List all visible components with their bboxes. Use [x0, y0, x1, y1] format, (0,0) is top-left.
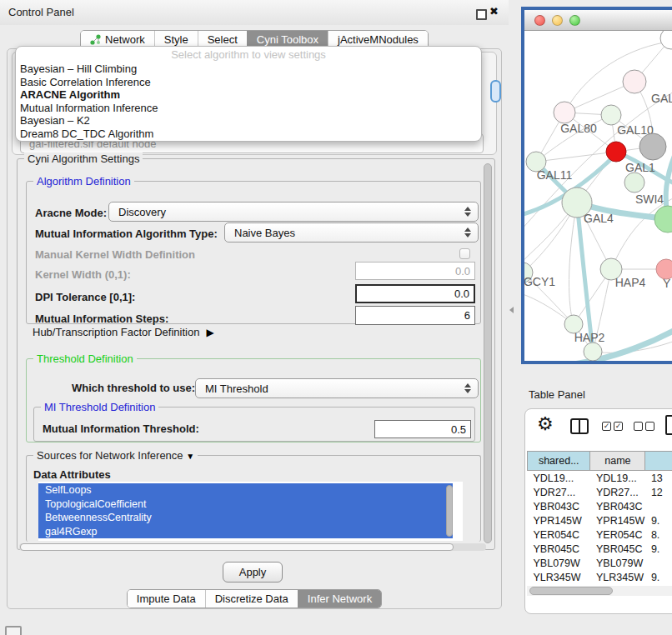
network-node[interactable]: [584, 342, 602, 361]
algorithm-option-basic-correlation-inference[interactable]: Basic Correlation Inference: [20, 76, 481, 89]
network-node-swi4[interactable]: [624, 172, 644, 192]
network-node[interactable]: [660, 31, 672, 49]
apply-button[interactable]: Apply: [223, 562, 283, 582]
table-cell: YPR145W: [528, 513, 590, 528]
algorithm-option-bayesian-hill-climbing[interactable]: Bayesian – Hill Climbing: [20, 62, 481, 76]
network-node-gal[interactable]: [623, 70, 646, 93]
dpi-tolerance-label: DPI Tolerance [0,1]:: [35, 291, 135, 303]
tab-label: Style: [164, 33, 188, 46]
settings-vertical-scrollbar[interactable]: [484, 163, 492, 543]
splitter-collapse-arrow[interactable]: [509, 307, 514, 313]
close-panel-icon[interactable]: ✖: [489, 5, 499, 18]
table-row[interactable]: YBL079WYBL079W: [528, 556, 672, 570]
table-panel-title: Table Panel: [529, 388, 585, 401]
attribute-item-gal4rgexp[interactable]: gal4RGexp: [38, 525, 453, 539]
control-panel: Control Panel ✖ NetworkStyleSelectCyni T…: [0, 0, 509, 621]
algorithm-option-dream8-dc-tdc-algorithm[interactable]: Dream8 DC_TDC Algorithm: [20, 128, 481, 141]
stepper-icon: [464, 383, 471, 393]
network-node-gal10[interactable]: [601, 105, 621, 125]
document-icon[interactable]: [665, 415, 672, 435]
which-threshold-label: Which threshold to use:: [72, 382, 195, 394]
mi-threshold-definition-group: MI Threshold Definition Mutual Informati…: [33, 407, 475, 442]
network-node-gal1[interactable]: [606, 142, 626, 162]
mi-steps-field[interactable]: 6: [355, 306, 475, 325]
algorithm-option-bayesian-k2[interactable]: Bayesian – K2: [20, 114, 481, 128]
table-cell: YDR27...: [590, 485, 645, 499]
table-row[interactable]: YER054CYER054C8.: [528, 528, 672, 542]
network-node-label: GCY1: [524, 275, 555, 288]
mi-type-select[interactable]: Naive Bayes: [224, 222, 479, 242]
network-node-label: GAL11: [537, 168, 573, 182]
float-panel-icon[interactable]: [476, 9, 487, 20]
column-layout-icon[interactable]: [570, 418, 589, 434]
column-header-shared-[interactable]: shared...: [528, 452, 590, 471]
deselect-all-checkboxes-icon[interactable]: [634, 422, 654, 431]
dpi-tolerance-field[interactable]: 0.0: [355, 284, 475, 303]
hub-definition-label: Hub/Transcription Factor Definition: [33, 326, 199, 338]
network-view-window: GALGAL80GAL10GAL1GAL11SWI4GAL4GCY1HAP4YH…: [521, 7, 672, 364]
algorithm-option-aracne-algorithm[interactable]: ARACNE Algorithm: [20, 88, 481, 102]
which-threshold-select[interactable]: MI Threshold: [195, 378, 479, 398]
settings-group-title: Cyni Algorithm Settings: [24, 152, 143, 165]
mi-type-label: Mutual Information Algorithm Type:: [35, 228, 218, 240]
table-cell: YBR043C: [528, 499, 590, 513]
stepper-icon: [464, 207, 471, 217]
table-horizontal-scrollbar[interactable]: [527, 586, 672, 596]
table-cell: [645, 556, 672, 570]
collapse-down-icon[interactable]: ▼: [186, 452, 194, 461]
settings-horizontal-scrollbar[interactable]: [19, 543, 486, 551]
network-node[interactable]: [639, 133, 666, 160]
table-hscroll-thumb[interactable]: [529, 587, 613, 595]
attribute-item-betweennesscentrality[interactable]: BetweennessCentrality: [38, 511, 453, 525]
table-cell: YDL19...: [528, 471, 590, 486]
table-row[interactable]: YBR045CYBR045C9.: [528, 542, 672, 556]
column-header-cut[interactable]: [645, 452, 672, 471]
tab-label: Discretize Data: [215, 592, 288, 605]
table-cell: YDR27...: [528, 485, 590, 499]
table-row[interactable]: YDL19...YDL19...13: [528, 471, 672, 486]
hub-definition-expander[interactable]: Hub/Transcription Factor Definition ▶: [33, 326, 214, 338]
tab-discretize-data[interactable]: Discretize Data: [205, 590, 298, 608]
settings-hscroll-thumb[interactable]: [20, 543, 454, 551]
algorithm-definition-title: Algorithm Definition: [33, 175, 134, 188]
bottom-tabs: Impute DataDiscretize DataInfer Network: [127, 589, 382, 608]
table-cell: YBL079W: [590, 556, 645, 570]
window-zoom-button[interactable]: [569, 15, 580, 26]
gear-icon[interactable]: ⚙: [537, 413, 554, 435]
window-minimize-button[interactable]: [552, 15, 563, 26]
table-row[interactable]: YPR145WYPR145W9.: [528, 513, 672, 528]
focused-control-fragment[interactable]: [490, 80, 501, 102]
attributes-list-scrollbar[interactable]: [446, 485, 453, 537]
mi-threshold-label: Mutual Information Threshold:: [43, 422, 199, 435]
manual-kernel-width-checkbox[interactable]: [459, 248, 470, 259]
table-row[interactable]: YBR043CYBR043C: [528, 499, 672, 513]
network-canvas[interactable]: GALGAL80GAL10GAL1GAL11SWI4GAL4GCY1HAP4YH…: [524, 31, 672, 361]
algorithm-option-mutual-information-inference[interactable]: Mutual Information Inference: [20, 102, 481, 115]
table-cell: [645, 499, 672, 513]
attribute-item-topologicalcoefficient[interactable]: TopologicalCoefficient: [38, 498, 453, 512]
window-close-button[interactable]: [534, 15, 545, 26]
network-node[interactable]: [654, 206, 672, 232]
tab-infer-network[interactable]: Infer Network: [298, 590, 381, 608]
aracne-mode-select[interactable]: Discovery: [108, 202, 479, 222]
table-cell: YER054C: [528, 528, 590, 542]
network-node-gal80[interactable]: [554, 102, 575, 123]
tab-impute-data[interactable]: Impute Data: [128, 590, 205, 608]
column-header-name[interactable]: name: [590, 452, 645, 471]
mi-steps-label: Mutual Information Steps:: [35, 312, 168, 325]
algorithm-dropdown-popup: Select algorithm to view settings Bayesi…: [15, 46, 482, 142]
sources-title-text: Sources for Network Inference: [37, 449, 183, 462]
data-attributes-list[interactable]: SelfLoopsTopologicalCoefficientBetweenne…: [38, 482, 463, 541]
attribute-item-selfloops[interactable]: SelfLoops: [38, 483, 453, 498]
unchecked-box-icon: [645, 422, 654, 431]
table-cell: 12: [645, 485, 672, 499]
kernel-width-field[interactable]: 0.0: [355, 262, 475, 280]
threshold-definition-title: Threshold Definition: [33, 352, 137, 365]
table-cell: 9.: [645, 513, 672, 528]
table-row[interactable]: YLR345WYLR345W9.: [528, 570, 672, 584]
mi-threshold-field[interactable]: 0.5: [374, 420, 471, 438]
select-all-checkboxes-icon[interactable]: ✓ ✓: [602, 422, 623, 431]
minimized-panel-icon[interactable]: [5, 626, 22, 635]
sources-group: Sources for Network Inference ▼ Data Att…: [26, 455, 481, 542]
table-row[interactable]: YDR27...YDR27...12: [528, 485, 672, 499]
